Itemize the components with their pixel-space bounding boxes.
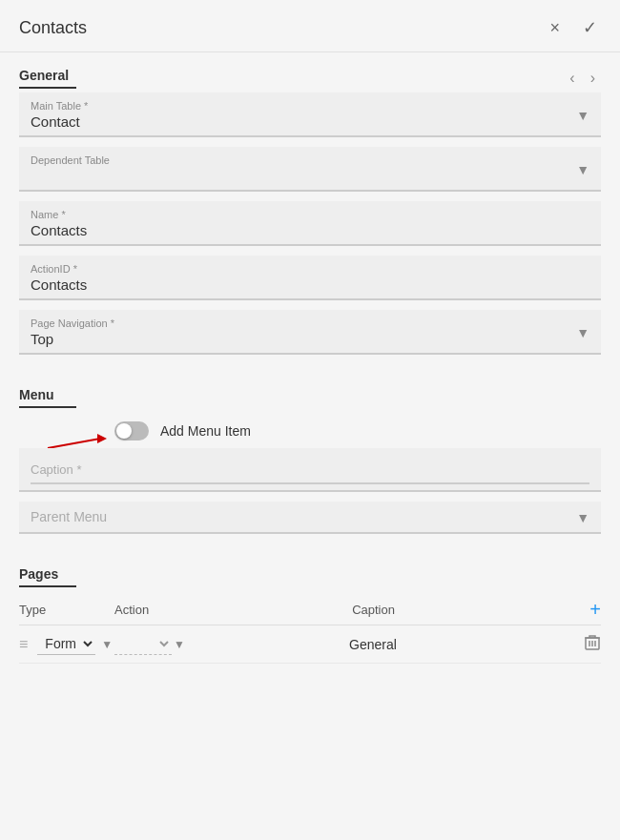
add-menu-item-row: Add Menu Item: [19, 412, 601, 448]
name-field: Name * Contacts: [19, 201, 601, 246]
menu-section-header: Menu: [19, 372, 601, 412]
pages-section-header: Pages: [19, 551, 601, 591]
pages-section-title: Pages: [19, 566, 76, 587]
table-row: ≡ Form ▼ ▼ General: [19, 625, 601, 664]
nav-next-button[interactable]: ›: [585, 68, 601, 89]
main-table-content: Main Table * Contact: [31, 100, 88, 130]
add-menu-item-label: Add Menu Item: [160, 423, 251, 439]
general-section-title: General: [19, 68, 76, 89]
dialog-title: Contacts: [19, 18, 87, 38]
caption-field: [19, 448, 601, 492]
menu-section-title: Menu: [19, 387, 76, 408]
dialog-content: General ‹ › Main Table * Contact ▼ Depen…: [0, 52, 620, 664]
main-table-value: Contact: [31, 113, 88, 130]
general-section-header: General ‹ ›: [19, 52, 601, 92]
pages-table-header: Type Action Caption +: [19, 591, 601, 625]
main-table-box[interactable]: Main Table * Contact ▼: [19, 92, 601, 137]
pages-section: Pages Type Action Caption + ≡ Form ▼: [19, 543, 601, 664]
confirm-button[interactable]: ✓: [579, 15, 601, 40]
main-table-label: Main Table *: [31, 100, 88, 112]
pages-col-caption-header: Caption: [352, 603, 589, 617]
dependent-table-content: Dependent Table: [31, 154, 110, 184]
page-navigation-value: Top: [31, 331, 114, 347]
action-id-label: ActionID *: [31, 263, 589, 275]
dependent-table-value: [31, 168, 110, 184]
caption-input[interactable]: [31, 456, 589, 484]
name-value: Contacts: [31, 222, 589, 238]
delete-icon: [584, 634, 601, 651]
nav-prev-button[interactable]: ‹: [564, 68, 580, 89]
dependent-table-box[interactable]: Dependent Table ▼: [19, 147, 601, 192]
page-navigation-field: Page Navigation * Top ▼: [19, 310, 601, 355]
type-select[interactable]: Form: [37, 633, 95, 655]
dialog-header: Contacts × ✓: [0, 0, 620, 52]
menu-section: Menu Add Menu Item: [19, 364, 601, 534]
dependent-table-arrow: ▼: [576, 162, 589, 177]
add-menu-item-toggle[interactable]: [114, 421, 149, 440]
action-cell: ▼: [114, 633, 349, 655]
page-navigation-label: Page Navigation *: [31, 318, 114, 329]
name-box[interactable]: Name * Contacts: [19, 201, 601, 246]
page-navigation-content: Page Navigation * Top: [31, 318, 114, 347]
delete-row-button[interactable]: [584, 634, 601, 655]
page-navigation-box[interactable]: Page Navigation * Top ▼: [19, 310, 601, 355]
add-page-button[interactable]: +: [589, 599, 601, 621]
drag-handle-icon[interactable]: ≡: [19, 636, 28, 653]
type-cell: ≡ Form ▼: [19, 633, 114, 655]
svg-line-0: [48, 439, 100, 448]
action-select[interactable]: [114, 633, 172, 655]
parent-menu-arrow: ▼: [576, 510, 589, 525]
parent-menu-field: Parent Menu ▼: [19, 502, 601, 534]
toggle-knob: [116, 423, 132, 439]
pages-col-action-header: Action: [114, 603, 352, 617]
caption-box[interactable]: [19, 448, 601, 492]
action-dropdown-arrow: ▼: [174, 638, 185, 651]
caption-cell: General: [349, 637, 584, 652]
close-button[interactable]: ×: [546, 15, 564, 40]
action-id-field: ActionID * Contacts: [19, 256, 601, 300]
header-actions: × ✓: [546, 15, 601, 40]
dependent-table-field: Dependent Table ▼: [19, 147, 601, 192]
name-label: Name *: [31, 209, 589, 220]
dependent-table-label: Dependent Table: [31, 154, 110, 166]
contacts-dialog: Contacts × ✓ General ‹ › Main Table * Co…: [0, 0, 620, 840]
parent-menu-label: Parent Menu: [31, 509, 107, 524]
main-table-arrow: ▼: [576, 108, 589, 123]
pages-col-type-header: Type: [19, 603, 114, 617]
action-id-box[interactable]: ActionID * Contacts: [19, 256, 601, 300]
svg-marker-1: [97, 434, 107, 443]
action-id-value: Contacts: [31, 277, 589, 293]
section-nav: ‹ ›: [564, 68, 601, 89]
type-dropdown-arrow: ▼: [101, 638, 113, 651]
main-table-field: Main Table * Contact ▼: [19, 92, 601, 137]
parent-menu-box[interactable]: Parent Menu ▼: [19, 502, 601, 534]
page-navigation-arrow: ▼: [576, 325, 589, 340]
